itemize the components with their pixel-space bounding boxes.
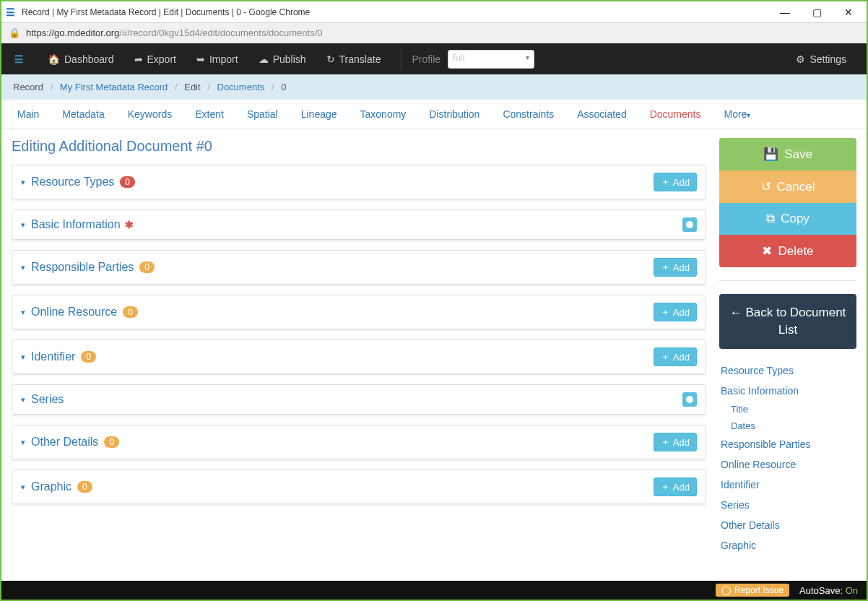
delete-icon: ✖: [762, 243, 772, 259]
maximize-button[interactable]: ▢: [807, 7, 826, 18]
add-label: Add: [673, 437, 690, 448]
crumb-documents[interactable]: Documents: [217, 82, 265, 92]
url-bar: 🔒 https://go.mdeditor.org/#/record/0kgv1…: [1, 23, 867, 43]
crumb-record: Record: [13, 82, 43, 92]
scroll-marker-icon[interactable]: [682, 217, 697, 232]
panel-title[interactable]: Other Details: [31, 436, 98, 449]
app-icon: ☰: [6, 7, 17, 18]
report-issue-button[interactable]: ◯Report Issue: [716, 584, 789, 597]
breadcrumb: Record / My First Metadata Record / Edit…: [1, 74, 867, 100]
top-nav: ☰ 🏠Dashboard ➦Export ➥Import ☁Publish ↻T…: [1, 43, 867, 74]
chevron-down-icon[interactable]: ▾: [21, 353, 25, 362]
publish-icon: ☁: [259, 53, 269, 65]
tab-main[interactable]: Main: [6, 100, 51, 129]
plus-icon: ＋: [661, 480, 670, 493]
tab-documents[interactable]: Documents: [638, 100, 713, 129]
nav-publish[interactable]: ☁Publish: [248, 53, 316, 65]
divider: [719, 280, 856, 281]
copy-button[interactable]: ⧉Copy: [719, 203, 856, 235]
export-icon: ➦: [134, 53, 143, 65]
chevron-down-icon[interactable]: ▾: [21, 263, 25, 272]
panel-title[interactable]: Online Resource: [31, 306, 117, 319]
panel-title[interactable]: Graphic: [31, 480, 71, 493]
tab-extent[interactable]: Extent: [183, 100, 235, 129]
link-responsible-parties[interactable]: Responsible Parties: [721, 434, 856, 454]
nav-publish-label: Publish: [273, 53, 306, 65]
panel-title[interactable]: Responsible Parties: [31, 261, 134, 274]
chevron-down-icon: ▾: [747, 111, 750, 119]
tab-constraints[interactable]: Constraints: [491, 100, 565, 129]
panel-title[interactable]: Resource Types: [31, 176, 114, 189]
add-button[interactable]: ＋Add: [654, 258, 697, 277]
link-other-details[interactable]: Other Details: [721, 515, 856, 535]
nav-settings[interactable]: ⚙Settings: [786, 53, 856, 65]
panel-other-details: ▾ Other Details 0 ＋Add: [12, 425, 706, 459]
chevron-down-icon[interactable]: ▾: [21, 395, 25, 405]
panel-online-resource: ▾ Online Resource 0 ＋Add: [12, 295, 706, 329]
window-title: Record | My First Metadata Record | Edit…: [22, 7, 776, 17]
tab-distribution[interactable]: Distribution: [417, 100, 491, 129]
nav-dashboard[interactable]: 🏠Dashboard: [38, 53, 124, 65]
link-series[interactable]: Series: [721, 495, 856, 515]
tab-metadata[interactable]: Metadata: [51, 100, 116, 129]
url-host: https://go.mdeditor.org: [26, 27, 119, 38]
chevron-down-icon[interactable]: ▾: [21, 438, 25, 447]
chevron-down-icon[interactable]: ▾: [21, 178, 25, 187]
nav-translate[interactable]: ↻Translate: [316, 53, 391, 65]
count-badge: 0: [120, 176, 135, 188]
add-label: Add: [673, 352, 690, 363]
add-button[interactable]: ＋Add: [654, 433, 697, 451]
panel-title[interactable]: Series: [31, 393, 64, 406]
sub-tabs: Main Metadata Keywords Extent Spatial Li…: [1, 100, 867, 129]
link-graphic[interactable]: Graphic: [721, 535, 856, 555]
nav-import-label: Import: [209, 53, 238, 65]
close-button[interactable]: ✕: [839, 7, 858, 18]
tab-associated[interactable]: Associated: [565, 100, 638, 129]
delete-label: Delete: [778, 244, 813, 259]
link-title[interactable]: Title: [721, 401, 856, 418]
back-button[interactable]: ← Back to Document List: [719, 294, 856, 349]
tab-lineage[interactable]: Lineage: [290, 100, 349, 129]
nav-separator: [401, 48, 402, 70]
tab-taxonomy[interactable]: Taxonomy: [349, 100, 418, 129]
profile-select[interactable]: full: [448, 50, 534, 69]
count-badge: 0: [77, 481, 92, 493]
link-identifier[interactable]: Identifier: [721, 475, 856, 495]
autosave-value: On: [846, 585, 858, 596]
link-dates[interactable]: Dates: [721, 418, 856, 434]
link-online-resource[interactable]: Online Resource: [721, 454, 856, 475]
chevron-down-icon[interactable]: ▾: [21, 308, 25, 317]
link-basic-information[interactable]: Basic Information: [721, 381, 856, 401]
panel-title[interactable]: Basic Information: [31, 218, 121, 231]
scroll-marker-icon[interactable]: [682, 392, 697, 407]
add-button[interactable]: ＋Add: [654, 347, 697, 366]
crumb-name[interactable]: My First Metadata Record: [60, 82, 168, 92]
gear-icon: ⚙: [796, 53, 805, 65]
add-button[interactable]: ＋Add: [654, 477, 697, 496]
panel-graphic: ▾ Graphic 0 ＋Add: [12, 470, 706, 504]
window-title-bar: ☰ Record | My First Metadata Record | Ed…: [1, 1, 867, 23]
tab-keywords[interactable]: Keywords: [116, 100, 183, 129]
github-icon: ◯: [721, 585, 731, 595]
count-badge: 0: [139, 261, 155, 273]
import-icon: ➥: [196, 53, 205, 65]
delete-button[interactable]: ✖Delete: [719, 235, 856, 267]
nav-export[interactable]: ➦Export: [124, 53, 186, 65]
cancel-button[interactable]: ↺Cancel: [719, 170, 856, 203]
link-resource-types[interactable]: Resource Types: [721, 360, 856, 381]
profile-value: full: [453, 52, 465, 63]
nav-import[interactable]: ➥Import: [186, 53, 248, 65]
chevron-down-icon[interactable]: ▾: [21, 220, 25, 230]
add-button[interactable]: ＋Add: [654, 173, 697, 191]
save-button[interactable]: 💾Save: [719, 138, 856, 170]
chevron-down-icon[interactable]: ▾: [21, 483, 25, 492]
add-button[interactable]: ＋Add: [654, 303, 697, 321]
minimize-button[interactable]: —: [776, 7, 794, 18]
tab-spatial[interactable]: Spatial: [235, 100, 290, 129]
panel-title[interactable]: Identifier: [31, 350, 75, 363]
tab-more-label: More: [724, 108, 747, 120]
crumb-index: 0: [281, 82, 286, 92]
tab-more[interactable]: More▾: [713, 100, 763, 129]
add-label: Add: [673, 307, 690, 318]
logo-icon[interactable]: ☰: [12, 52, 26, 66]
